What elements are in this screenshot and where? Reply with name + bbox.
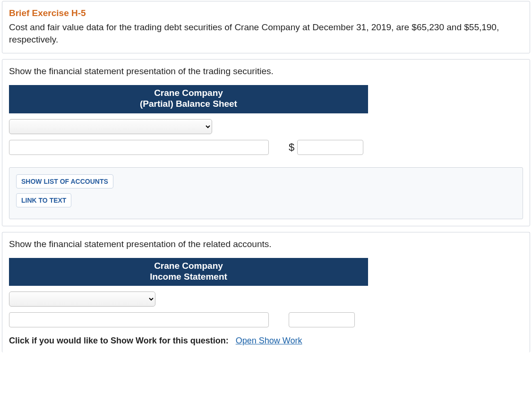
part2-panel: Show the financial statement presentatio… [2,232,530,353]
exercise-title: Brief Exercise H-5 [9,8,523,18]
banner-line1: Crane Company [154,261,223,271]
problem-text: Cost and fair value data for the trading… [9,21,523,45]
link-to-text-button[interactable]: LINK TO TEXT [16,193,71,207]
banner-line2: (Partial) Balance Sheet [140,99,237,109]
banner-line2: Income Statement [150,272,227,282]
balance-sheet-banner: Crane Company (Partial) Balance Sheet [9,85,368,113]
open-show-work-link[interactable]: Open Show Work [236,336,302,345]
banner-line1: Crane Company [154,88,223,98]
part2-amount-input[interactable] [289,312,355,327]
part1-instruction: Show the financial statement presentatio… [9,66,523,77]
part1-subpanel: SHOW LIST OF ACCOUNTS LINK TO TEXT [9,167,523,219]
part1-panel: Show the financial statement presentatio… [2,59,530,226]
part2-category-select[interactable] [9,291,155,307]
part2-instruction: Show the financial statement presentatio… [9,239,523,249]
part2-account-input[interactable] [9,312,269,327]
show-accounts-button[interactable]: SHOW LIST OF ACCOUNTS [16,174,113,188]
header-panel: Brief Exercise H-5 Cost and fair value d… [2,1,530,53]
income-statement-banner: Crane Company Income Statement [9,258,368,286]
currency-symbol: $ [289,141,294,154]
show-work-line: Click if you would like to Show Work for… [9,336,523,346]
part1-category-select[interactable] [9,119,212,134]
part1-account-input[interactable] [9,140,269,155]
part1-amount-input[interactable] [297,140,363,155]
show-work-label: Click if you would like to Show Work for… [9,336,229,345]
